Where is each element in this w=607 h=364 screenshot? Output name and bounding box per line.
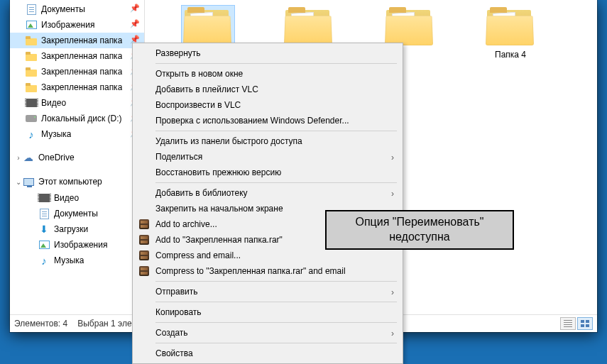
sidebar-quickaccess-item[interactable]: Документы📌 [10, 1, 144, 17]
sidebar-quickaccess-item[interactable]: Закрепленная папка📌 [10, 79, 144, 95]
sidebar-item-label: Закрепленная папка [41, 67, 122, 77]
pin-icon: 📌 [130, 19, 140, 28]
menu-item-label: Создать [155, 328, 188, 338]
submenu-arrow-icon: › [391, 329, 394, 338]
folder-label: Папка 4 [495, 50, 526, 60]
sidebar: Документы📌Изображения📌Закрепленная папка… [10, 0, 145, 314]
menu-separator [155, 343, 397, 343]
status-items: Элементов: 4 [14, 319, 67, 329]
context-menu-item[interactable]: Compress and email... [134, 248, 401, 263]
music-icon: ♪ [26, 128, 37, 140]
submenu-arrow-icon: › [391, 153, 394, 162]
context-menu-item[interactable]: Открыть в новом окне [134, 66, 401, 82]
menu-item-label: Копировать [155, 307, 202, 317]
context-menu-item[interactable]: Копировать [134, 304, 401, 320]
sidebar-quickaccess-item[interactable]: Изображения📌 [10, 17, 144, 33]
video-icon [26, 97, 37, 109]
menu-item-label: Compress to "Закрепленная папка.rar" and… [155, 266, 346, 276]
menu-item-label: Развернуть [155, 48, 201, 58]
context-menu-item[interactable]: Поделиться› [134, 149, 401, 165]
menu-item-label: Удалить из панели быстрого доступа [155, 136, 302, 146]
documents-icon [26, 4, 37, 15]
context-menu-item[interactable]: Развернуть [134, 45, 401, 61]
menu-separator [155, 302, 397, 302]
sidebar-item-label: Локальный диск (D:) [41, 114, 122, 123]
context-menu-item[interactable]: Проверка с использованием Windows Defend… [134, 113, 401, 128]
folder-icon [26, 82, 37, 93]
view-icons-button[interactable] [577, 317, 593, 330]
sidebar-item-label: Этот компьютер [38, 177, 102, 187]
menu-separator [155, 182, 397, 183]
sidebar-item-label: Закрепленная папка [41, 35, 122, 45]
music-icon: ♪ [38, 255, 50, 266]
menu-separator [155, 63, 397, 64]
menu-item-label: Воспроизвести в VLC [155, 100, 241, 110]
folder-icon [385, 7, 434, 45]
sidebar-pc-item[interactable]: Видео [10, 190, 144, 206]
menu-separator [155, 281, 397, 282]
context-menu-item[interactable]: Добавить в библиотеку› [134, 185, 401, 201]
context-menu-item[interactable]: Отправить› [134, 284, 401, 299]
sidebar-quickaccess-item[interactable]: Закрепленная папка📌 [10, 48, 144, 64]
sidebar-item-label: Музыка [41, 129, 71, 139]
context-menu-item[interactable]: Восстановить прежнюю версию [134, 165, 401, 180]
documents-icon [38, 208, 50, 219]
menu-item-label: Добавить в библиотеку [155, 188, 248, 198]
context-menu-item[interactable]: Воспроизвести в VLC [134, 97, 401, 113]
menu-item-label: Compress and email... [155, 250, 241, 260]
sidebar-item-label: Документы [41, 4, 85, 14]
folder-icon [26, 35, 37, 46]
folder-icon [183, 7, 233, 45]
menu-item-label: Закрепить на начальном экране [155, 204, 283, 214]
sidebar-item-label: OneDrive [38, 153, 75, 162]
sidebar-onedrive[interactable]: ›☁OneDrive [10, 149, 144, 166]
sidebar-this-pc[interactable]: ⌄Этот компьютер [10, 173, 144, 190]
context-menu-item[interactable]: Свойства [134, 346, 401, 361]
submenu-arrow-icon: › [391, 287, 394, 297]
sidebar-item-label: Видео [41, 98, 66, 108]
sidebar-item-label: Музыка [54, 255, 84, 265]
sidebar-quickaccess-item[interactable]: Локальный диск (D:)📌 [10, 111, 144, 126]
view-details-button[interactable] [560, 317, 576, 330]
menu-item-label: Поделиться [155, 152, 202, 162]
menu-item-label: Add to "Закрепленная папка.rar" [155, 235, 283, 245]
menu-item-label: Добавить в плейлист VLC [155, 84, 258, 94]
chevron-down-icon: ⌄ [14, 178, 23, 186]
sidebar-pc-item[interactable]: ♪Музыка [10, 253, 144, 268]
context-menu-item[interactable]: Удалить из панели быстрого доступа [134, 133, 401, 149]
pin-icon: 📌 [130, 4, 140, 13]
context-menu-item[interactable]: Добавить в плейлист VLC [134, 82, 401, 97]
submenu-arrow-icon: › [391, 189, 394, 199]
view-switch [560, 317, 593, 330]
annotation-callout: Опция "Переименовать" недоступна [325, 210, 514, 250]
menu-item-label: Открыть в новом окне [155, 69, 243, 79]
cloud-icon: ☁ [23, 152, 34, 163]
menu-separator [155, 322, 397, 323]
sidebar-quickaccess-item[interactable]: Закрепленная папка📌 [10, 33, 144, 48]
menu-item-label: Восстановить прежнюю версию [155, 167, 281, 177]
menu-item-label: Add to archive... [155, 219, 217, 229]
sidebar-item-label: Изображения [54, 240, 107, 250]
sidebar-item-label: Изображения [41, 20, 94, 30]
sidebar-quickaccess-item[interactable]: ♪Музыка📌 [10, 126, 144, 142]
downloads-icon: ⬇ [38, 224, 50, 235]
pc-icon [23, 176, 34, 187]
sidebar-quickaccess-item[interactable]: Видео📌 [10, 95, 144, 111]
pictures-icon [26, 19, 37, 31]
rar-icon [138, 219, 150, 230]
context-menu-item[interactable]: Создать› [134, 325, 401, 341]
sidebar-pc-item[interactable]: ⬇Загрузки [10, 221, 144, 237]
sidebar-item-label: Закрепленная папка [41, 82, 122, 92]
sidebar-item-label: Документы [54, 209, 98, 219]
context-menu-item[interactable]: Compress to "Закрепленная папка.rar" and… [134, 263, 401, 279]
folder-icon [486, 7, 535, 45]
sidebar-quickaccess-item[interactable]: Закрепленная папка📌 [10, 64, 144, 79]
sidebar-pc-item[interactable]: Документы [10, 206, 144, 221]
sidebar-pc-item[interactable]: Изображения [10, 237, 144, 253]
annotation-text: Опция "Переименовать" недоступна [327, 215, 513, 245]
sidebar-item-label: Закрепленная папка [41, 51, 122, 61]
folder-icon [284, 7, 334, 45]
rar-icon [138, 265, 150, 277]
menu-separator [155, 131, 397, 131]
folder-item[interactable]: Папка 4 [476, 6, 545, 60]
